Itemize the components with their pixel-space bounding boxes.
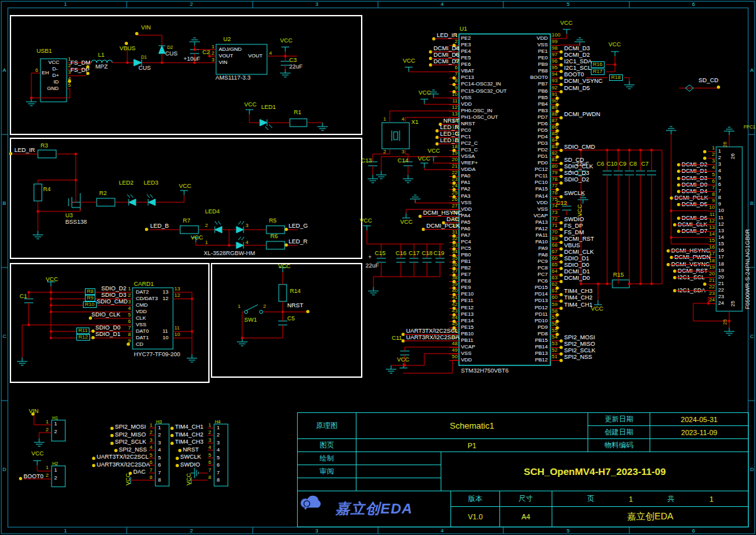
logo-cell: 嘉立创EDA <box>297 491 451 527</box>
spare-cell <box>356 478 441 491</box>
company-name: 嘉立创EDA <box>552 506 749 527</box>
ruler-col-label: 6 <box>692 528 695 534</box>
sheet-label: 图页 <box>297 438 356 452</box>
ruler-row-label: B <box>750 201 753 206</box>
ruler-col-label: 4 <box>441 528 443 534</box>
drawn-by-label: 绘制 <box>297 451 356 465</box>
ruler-col-label: 3 <box>315 528 318 534</box>
ruler-col-label: 6 <box>692 2 695 7</box>
ruler-col-label: 5 <box>567 528 569 534</box>
size-value: A4 <box>499 506 552 527</box>
sheet-number[interactable]: P1 <box>356 438 588 452</box>
document-title[interactable]: SCH_OpenMV4-H7_2023-11-09 <box>441 451 749 491</box>
version-label: 版本 <box>450 491 500 507</box>
size-label: 尺寸 <box>499 491 552 507</box>
ruler-row-label: C <box>750 334 754 339</box>
ruler-col-label: 2 <box>190 528 193 534</box>
page-label: 页 <box>587 494 594 504</box>
jlc-eda-logo-icon <box>298 491 326 511</box>
create-date-value: 2023-11-09 <box>650 425 749 439</box>
jlc-eda-logo-text[interactable]: 嘉立创EDA <box>336 499 413 519</box>
page-value: 1 <box>629 495 633 503</box>
ruler-row-label: D <box>3 467 7 472</box>
version-value: V1.0 <box>450 506 500 527</box>
create-date-label: 创建日期 <box>588 425 650 439</box>
spare-cell <box>297 478 356 491</box>
ruler-row-label: B <box>3 201 6 206</box>
material-code-value <box>650 438 749 452</box>
ruler-col-label: 3 <box>315 2 318 7</box>
ruler-row-label: A <box>750 68 753 73</box>
ruler-col-label: 5 <box>567 2 569 7</box>
drawn-by-value <box>356 451 441 465</box>
ruler-col-label: 2 <box>190 2 193 7</box>
total-label: 共 <box>668 494 675 504</box>
ruler-col-label: 1 <box>64 2 67 7</box>
schematic-canvas[interactable]: USB1VCCD-D+IDGNDEH123456FS_DMFS_DPL1MPZV… <box>0 0 756 535</box>
ruler-row-label: C <box>3 334 7 339</box>
update-date-label: 更新日期 <box>588 412 650 426</box>
review-label: 审阅 <box>297 465 356 478</box>
ruler-row-label: D <box>750 467 754 472</box>
schematic-label-cell: 原理图 <box>297 412 356 439</box>
review-value <box>356 465 441 478</box>
total-value: 1 <box>710 495 714 503</box>
ruler-col-label: 4 <box>441 2 443 7</box>
ruler-row-label: A <box>3 68 6 73</box>
page-cell: 页 1 共 1 <box>552 491 749 507</box>
update-date-value: 2024-05-31 <box>650 412 749 426</box>
schematic-name[interactable]: Schematic1 <box>356 412 588 439</box>
material-code-label: 物料编码 <box>588 438 650 452</box>
ruler-col-label: 1 <box>64 528 67 534</box>
